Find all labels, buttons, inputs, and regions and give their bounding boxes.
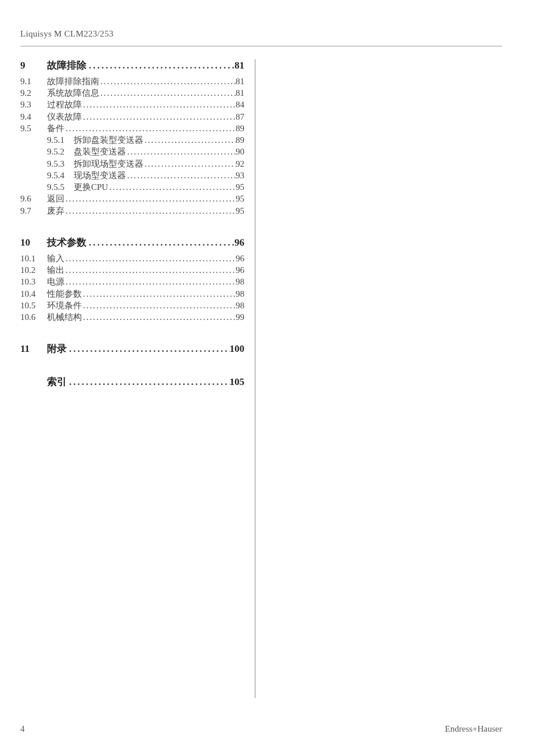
toc-dots xyxy=(67,376,230,389)
toc-num: 9.5.5 xyxy=(47,181,74,193)
toc-num: 10.3 xyxy=(20,276,47,287)
toc-page: 99 xyxy=(236,311,244,323)
toc-num: 9.5.2 xyxy=(47,146,74,157)
toc-dots xyxy=(82,311,236,323)
toc-title: 仪表故障 xyxy=(47,111,82,123)
toc-title: 电源 xyxy=(47,276,64,287)
toc-dots xyxy=(86,236,234,250)
toc-title: 故障排除 xyxy=(47,59,86,73)
toc-num: 9.2 xyxy=(20,87,47,99)
toc-dots xyxy=(82,99,236,110)
company-name: Endress+Hauser xyxy=(445,724,502,734)
toc-title: 更换CPU xyxy=(74,181,108,193)
toc-num: 10 xyxy=(20,236,47,250)
toc-title: 环境条件 xyxy=(47,300,82,311)
toc-page: 81 xyxy=(236,87,244,99)
toc-dots xyxy=(64,123,236,134)
toc-page: 98 xyxy=(236,300,244,311)
toc-dots xyxy=(67,343,230,356)
page-footer: 4 Endress+Hauser xyxy=(20,724,502,734)
toc-title: 索引 xyxy=(47,376,67,389)
toc-entry: 10.4性能参数98 xyxy=(20,288,244,300)
toc-page: 81 xyxy=(234,59,244,73)
toc-entry: 9.2系统故障信息81 xyxy=(20,87,244,99)
toc-title: 盘装型变送器 xyxy=(74,146,126,157)
toc-dots xyxy=(82,300,236,311)
toc-page: 90 xyxy=(236,146,244,157)
toc-dots xyxy=(64,193,236,204)
toc-page: 92 xyxy=(236,158,244,170)
toc-title: 废弃 xyxy=(47,205,64,217)
toc-title: 性能参数 xyxy=(47,288,82,300)
toc-num: 9.1 xyxy=(20,75,47,87)
toc-num: 10.2 xyxy=(20,264,47,276)
toc-dots xyxy=(143,134,236,146)
toc-page: 95 xyxy=(236,205,244,217)
toc-dots xyxy=(82,111,236,123)
toc-page: 93 xyxy=(236,170,244,181)
toc-column: 9 故障排除 81 9.1故障排除指南81 9.2系统故障信息81 9.3过程故… xyxy=(20,59,255,698)
toc-entry: 9.6返回95 xyxy=(20,193,244,204)
toc-dots xyxy=(82,288,236,300)
toc-page: 100 xyxy=(230,343,245,356)
toc-page: 84 xyxy=(236,99,244,110)
toc-title: 故障排除指南 xyxy=(47,75,99,87)
toc-entry: 10.1输入96 xyxy=(20,253,244,264)
toc-dots xyxy=(64,264,236,276)
toc-dots xyxy=(99,87,236,99)
toc-entry: 9.1故障排除指南81 xyxy=(20,75,244,87)
toc-entry: 9.7废弃95 xyxy=(20,205,244,217)
toc-entry: 10.3电源98 xyxy=(20,276,244,287)
document-header: Liquisys M CLM223/253 xyxy=(20,29,502,46)
toc-title: 备件 xyxy=(47,123,64,134)
toc-num: 9.4 xyxy=(20,111,47,123)
toc-title: 系统故障信息 xyxy=(47,87,99,99)
toc-chapter: 9 故障排除 81 xyxy=(20,59,244,73)
toc-entry: 9.3过程故障84 xyxy=(20,99,244,110)
toc-entry: 10.5环境条件98 xyxy=(20,300,244,311)
toc-title: 附录 xyxy=(47,343,67,356)
toc-dots xyxy=(126,146,236,157)
toc-title: 技术参数 xyxy=(47,236,86,250)
toc-dots xyxy=(143,158,236,170)
toc-page: 105 xyxy=(230,376,245,389)
toc-chapter: 10 技术参数 96 xyxy=(20,236,244,250)
toc-page: 89 xyxy=(236,123,244,134)
toc-num: 9.5.1 xyxy=(47,134,74,146)
toc-entry: 10.2输出96 xyxy=(20,264,244,276)
toc-num: 9 xyxy=(20,59,47,73)
toc-title: 机械结构 xyxy=(47,311,82,323)
toc-entry: 9.4仪表故障87 xyxy=(20,111,244,123)
toc-page: 96 xyxy=(236,264,244,276)
toc-page: 96 xyxy=(236,253,244,264)
toc-entry: 9.5备件89 xyxy=(20,123,244,134)
toc-chapter: 索引 105 xyxy=(20,376,244,389)
toc-title: 现场型变送器 xyxy=(74,170,126,181)
toc-page: 89 xyxy=(236,134,244,146)
toc-page: 98 xyxy=(236,288,244,300)
toc-title: 过程故障 xyxy=(47,99,82,110)
toc-title: 拆卸现场型变送器 xyxy=(74,158,143,170)
toc-title: 输入 xyxy=(47,253,64,264)
toc-subentry: 9.5.3拆卸现场型变送器92 xyxy=(20,158,244,170)
toc-dots xyxy=(64,276,236,287)
toc-subentry: 9.5.2盘装型变送器90 xyxy=(20,146,244,157)
toc-title: 输出 xyxy=(47,264,64,276)
toc-entry: 10.6机械结构99 xyxy=(20,311,244,323)
toc-dots xyxy=(64,205,236,217)
toc-chapter: 11 附录 100 xyxy=(20,343,244,356)
toc-subentry: 9.5.1拆卸盘装型变送器89 xyxy=(20,134,244,146)
toc-page: 95 xyxy=(236,181,244,193)
toc-dots xyxy=(64,253,236,264)
toc-num: 10.4 xyxy=(20,288,47,300)
toc-num: 9.5.3 xyxy=(47,158,74,170)
toc-title: 拆卸盘装型变送器 xyxy=(74,134,143,146)
toc-page: 87 xyxy=(236,111,244,123)
toc-num: 10.5 xyxy=(20,300,47,311)
toc-dots xyxy=(108,181,236,193)
toc-page: 96 xyxy=(234,236,244,250)
toc-title: 返回 xyxy=(47,193,64,204)
toc-dots xyxy=(86,59,234,73)
toc-num: 9.7 xyxy=(20,205,47,217)
page-number: 4 xyxy=(20,724,25,734)
